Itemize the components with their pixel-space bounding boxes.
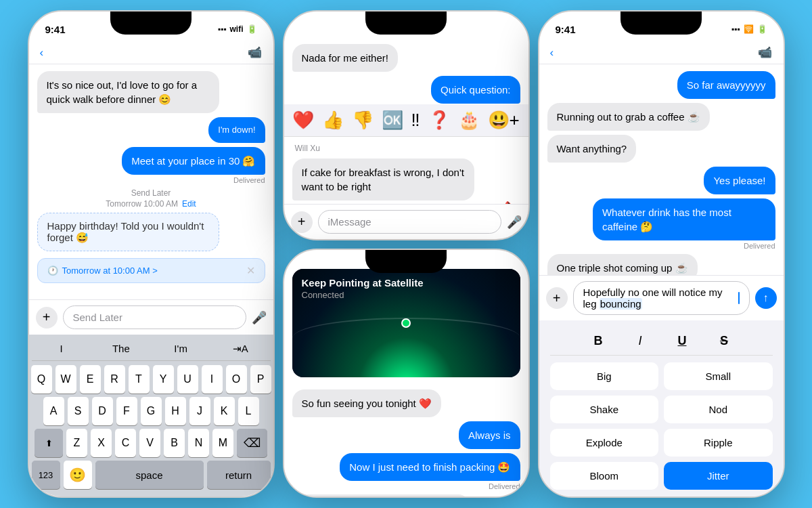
key-123[interactable]: 123 xyxy=(32,461,60,489)
send-later-pill[interactable]: 🕐 Tomorrow at 10:00 AM > ✕ xyxy=(37,258,265,283)
key-w[interactable]: W xyxy=(55,365,76,394)
key-g[interactable]: G xyxy=(141,397,162,425)
key-space[interactable]: space xyxy=(95,461,204,489)
message-input-2t[interactable]: iMessage xyxy=(318,210,501,234)
bubble: Always is xyxy=(459,421,520,449)
key-v[interactable]: V xyxy=(139,429,160,457)
key-s[interactable]: S xyxy=(68,397,89,425)
back-button-3[interactable]: ‹ xyxy=(550,46,554,60)
key-b[interactable]: B xyxy=(164,429,185,457)
bubble: Yes please! xyxy=(704,167,775,194)
key-delete[interactable]: ⌫ xyxy=(237,429,267,457)
add-button-2t[interactable]: + xyxy=(291,211,313,233)
effect-nod[interactable]: Nod xyxy=(664,396,773,423)
key-z[interactable]: Z xyxy=(66,429,87,457)
input-area-1: + Send Later 🎤 xyxy=(29,299,273,335)
notch-1 xyxy=(110,12,191,35)
msg-row: It's so nice out, I'd love to go for a q… xyxy=(37,71,265,113)
edit-link[interactable]: Edit xyxy=(182,199,196,209)
bubble: Want anything? xyxy=(547,135,637,163)
msg-row: Quick question: xyxy=(292,76,520,104)
emoji-question[interactable]: ❓ xyxy=(428,110,450,131)
key-x[interactable]: X xyxy=(91,429,112,457)
bubble: Nada for me either! xyxy=(292,44,398,72)
add-button-3[interactable]: + xyxy=(546,287,568,309)
keyboard-suggestions: I The I'm ⇥A xyxy=(32,339,271,361)
keyboard-row-2: A S D F G H J K L xyxy=(32,397,271,425)
key-return[interactable]: return xyxy=(207,461,271,489)
battery-icon-3: 🔋 xyxy=(757,24,767,34)
key-l[interactable]: L xyxy=(238,397,259,425)
key-emoji[interactable]: 🙂 xyxy=(64,461,92,489)
message-input-1[interactable]: Send Later xyxy=(63,305,246,329)
mic-button-2t[interactable]: 🎤 xyxy=(507,215,522,230)
notch-2t xyxy=(365,12,447,35)
video-call-button-1[interactable]: 📹 xyxy=(248,45,262,60)
key-h[interactable]: H xyxy=(165,397,186,425)
keyboard-1: I The I'm ⇥A Q W E R T Y U I O P A S D F… xyxy=(29,335,273,496)
status-icons-1: ▪▪▪ wifi 🔋 xyxy=(218,24,257,34)
key-m[interactable]: M xyxy=(212,429,233,457)
italic-button[interactable]: I xyxy=(630,334,650,348)
key-j[interactable]: J xyxy=(189,397,210,425)
input-area-3: + Hopefully no one will notice my leg bo… xyxy=(539,275,784,320)
emoji-thumbsup[interactable]: 👍 xyxy=(322,110,344,131)
send-later-info: Send Later Tomorrow 10:00 AM Edit xyxy=(37,188,265,209)
key-f[interactable]: F xyxy=(116,397,137,425)
emoji-heart[interactable]: ❤️ xyxy=(292,110,314,131)
bubble-sent: Meet at your place in 30 🤗 xyxy=(122,147,265,175)
video-call-button-3[interactable]: 📹 xyxy=(758,45,772,60)
key-a[interactable]: A xyxy=(43,397,64,425)
key-p[interactable]: P xyxy=(250,365,271,394)
pill-close-button[interactable]: ✕ xyxy=(246,264,255,277)
time-3: 9:41 xyxy=(556,24,576,35)
effect-ripple[interactable]: Ripple xyxy=(664,429,773,457)
key-r[interactable]: R xyxy=(104,365,125,394)
msg-row: Whatever drink has the most caffeine 🤔 D… xyxy=(547,198,775,250)
emoji-thumbsdown[interactable]: 👎 xyxy=(352,110,374,131)
msg-row: Always is xyxy=(292,421,520,449)
key-shift[interactable]: ⬆ xyxy=(35,429,63,457)
formatting-bar: B I U S xyxy=(550,327,773,356)
effect-explode[interactable]: Explode xyxy=(550,429,659,457)
key-y[interactable]: Y xyxy=(153,365,174,394)
add-button-1[interactable]: + xyxy=(36,307,58,329)
effect-bloom[interactable]: Bloom xyxy=(550,462,659,490)
phone-1: 9:41 ▪▪▪ wifi 🔋 ‹ 📹 It's so nice out, I'… xyxy=(28,10,275,498)
strikethrough-button[interactable]: S xyxy=(714,334,734,348)
key-e[interactable]: E xyxy=(80,365,101,394)
emoji-more[interactable]: 😃+ xyxy=(488,110,520,131)
effect-big[interactable]: Big xyxy=(550,362,659,390)
msg-row: Meet at your place in 30 🤗 Delivered xyxy=(37,147,265,184)
time-1: 9:41 xyxy=(45,24,66,35)
key-i[interactable]: I xyxy=(202,365,223,394)
mic-button-1[interactable]: 🎤 xyxy=(252,310,267,325)
bold-button[interactable]: B xyxy=(588,334,608,348)
message-input-3[interactable]: Hopefully no one will notice my leg boun… xyxy=(573,281,750,315)
effect-jitter[interactable]: Jitter xyxy=(664,462,773,490)
emoji-cake[interactable]: 🎂 xyxy=(458,110,480,131)
send-button-3[interactable]: ↑ xyxy=(755,287,777,309)
battery-icon: 🔋 xyxy=(247,24,257,34)
status-icons-3: ▪▪▪ 🛜 🔋 xyxy=(731,24,767,34)
back-button-1[interactable]: ‹ xyxy=(40,46,44,60)
key-u[interactable]: U xyxy=(177,365,198,394)
notch-3 xyxy=(621,12,702,35)
satellite-card: Keep Pointing at Satellite Connected xyxy=(292,269,520,377)
bubble: Now I just need to finish packing 🤩 xyxy=(340,453,520,481)
key-n[interactable]: N xyxy=(188,429,209,457)
key-k[interactable]: K xyxy=(214,397,235,425)
effect-shake[interactable]: Shake xyxy=(550,396,659,423)
emoji-exclamation[interactable]: ‼️ xyxy=(411,110,420,131)
key-c[interactable]: C xyxy=(115,429,136,457)
key-o[interactable]: O xyxy=(226,365,247,394)
key-t[interactable]: T xyxy=(129,365,150,394)
key-d[interactable]: D xyxy=(92,397,113,425)
msg-row: Yes please! xyxy=(547,167,775,194)
emoji-ok[interactable]: 🆗 xyxy=(382,110,403,131)
messages-area-2t-bottom: Will Xu If cake for breakfast is wrong, … xyxy=(284,137,528,204)
effect-small[interactable]: Small xyxy=(664,362,773,390)
keyboard-row-1: Q W E R T Y U I O P xyxy=(32,365,271,394)
underline-button[interactable]: U xyxy=(672,334,692,348)
key-q[interactable]: Q xyxy=(31,365,52,394)
